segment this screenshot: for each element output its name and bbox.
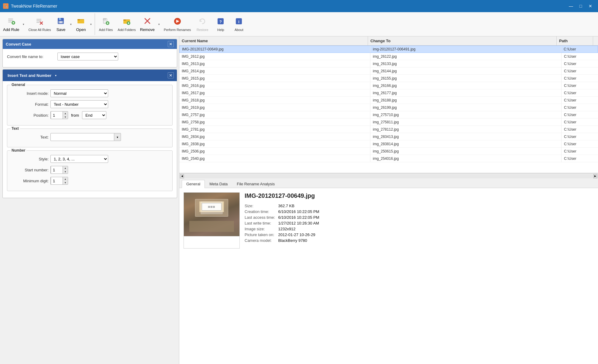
maximize-button[interactable]: □ (576, 2, 585, 11)
table-row[interactable]: IMG-20120127-00649.jpg img-20120127-0064… (179, 46, 598, 53)
open-label: Open (76, 27, 86, 32)
min-digit-up[interactable]: ▲ (63, 177, 68, 181)
add-rule-button[interactable]: Add Rule (1, 13, 21, 35)
minimize-button[interactable]: — (566, 2, 576, 11)
table-row[interactable]: IMG_2506.jpg img_250615.jpg C:\User (179, 148, 598, 155)
table-row[interactable]: IMG_2616.jpg img_26166.jpg C:\User (179, 82, 598, 89)
file-change-to: img_254016.jpg (370, 155, 562, 162)
add-folders-button[interactable]: Add Folders (115, 13, 138, 35)
min-digit-spinner: ▲ ▼ (50, 177, 68, 185)
start-number-up[interactable]: ▲ (63, 166, 68, 170)
start-number-label: Start number: (12, 168, 49, 172)
position-input[interactable] (51, 111, 63, 119)
format-select[interactable]: Text - Number Number - Text Text Only Nu… (50, 100, 108, 108)
table-row[interactable]: IMG_2758.jpg img_275811.jpg C:\User (179, 118, 598, 126)
from-select[interactable]: End Start (82, 111, 106, 119)
tab-metadata[interactable]: Meta Data (205, 180, 232, 188)
position-down[interactable]: ▼ (63, 115, 68, 119)
svg-rect-15 (60, 21, 62, 23)
perform-renames-label: Perform Renames (164, 28, 191, 32)
file-change-to: img_26155.jpg (370, 75, 562, 82)
position-spinner: ▲ ▼ (50, 111, 68, 119)
detail-camera-value: BlackBerry 9780 (278, 238, 322, 243)
convert-case-close[interactable]: ✕ (168, 41, 174, 47)
file-current-name: IMG_2781.jpg (179, 126, 370, 133)
table-row[interactable]: IMG_2613.jpg img_26133.jpg C:\User (179, 60, 598, 67)
file-change-to: img_26133.jpg (370, 60, 562, 67)
left-panel: Convert Case ✕ Convert file name to: low… (0, 36, 179, 364)
rule-type-select[interactable]: Insert Text and Number Insert Text Inser… (6, 71, 57, 79)
convert-case-body: Convert file name to: lower case UPPER C… (3, 49, 177, 67)
position-up[interactable]: ▲ (63, 112, 68, 115)
min-digit-label: Minimum digit: (12, 179, 49, 183)
text-input[interactable] (50, 133, 114, 141)
hscroll-track[interactable] (185, 174, 593, 178)
table-row[interactable]: IMG_2618.jpg img_26188.jpg C:\User (179, 97, 598, 104)
min-digit-input[interactable] (51, 177, 63, 185)
table-row[interactable]: IMG_2838.jpg img_283814.jpg C:\User (179, 140, 598, 148)
remove-dropdown[interactable]: ▾ (156, 13, 161, 35)
file-path: C:\User (562, 89, 598, 96)
file-current-name: IMG_2619.jpg (179, 104, 370, 111)
insert-text-close[interactable]: ✕ (168, 72, 174, 78)
close-all-rules-button[interactable]: Close All Rules (26, 13, 53, 35)
convert-case-select[interactable]: lower case UPPER CASE Title Case Sentenc… (57, 53, 118, 60)
svg-text:i: i (239, 19, 240, 24)
open-button[interactable]: Open (73, 13, 88, 35)
detail-imagesize-row: Image size: 1232x912 (245, 226, 322, 232)
insert-text-header: Insert Text and Number Insert Text Inser… (3, 70, 177, 81)
add-folders-icon (122, 17, 131, 27)
file-change-to: img_283814.jpg (370, 140, 562, 147)
table-row[interactable]: IMG_2617.jpg img_26177.jpg C:\User (179, 89, 598, 97)
table-row[interactable]: IMG_2781.jpg img_278112.jpg C:\User (179, 126, 598, 133)
add-rule-label: Add Rule (3, 27, 19, 32)
hscroll-right[interactable]: ▶ (593, 174, 597, 178)
save-dropdown[interactable]: ▾ (68, 13, 73, 35)
style-select[interactable]: 1, 2, 3, 4, ... 01, 02, 03, ... 001, 002… (50, 155, 108, 163)
add-rule-dropdown[interactable]: ▾ (21, 13, 26, 35)
insert-mode-select[interactable]: Normal Overwrite Insert (50, 89, 108, 97)
text-dropdown-btn[interactable]: ▾ (114, 133, 121, 141)
start-number-input[interactable] (51, 166, 63, 174)
file-change-to: img_26177.jpg (370, 89, 562, 96)
save-button[interactable]: Save (53, 13, 68, 35)
window-controls: — □ ✕ (566, 2, 595, 11)
open-dropdown[interactable]: ▾ (88, 13, 93, 35)
table-row[interactable]: IMG_2619.jpg img_26199.jpg C:\User (179, 104, 598, 111)
min-digit-down[interactable]: ▼ (63, 181, 68, 184)
format-row: Format: Text - Number Number - Text Text… (12, 100, 167, 108)
remove-button[interactable]: Remove (138, 13, 156, 35)
text-input-wrap: ▾ (50, 133, 121, 141)
detail-size-value: 362.7 KB (278, 203, 322, 209)
file-change-to: img_26122.jpg (370, 53, 562, 60)
general-section-title: General (10, 83, 26, 87)
tab-general[interactable]: General (182, 180, 205, 188)
restore-button[interactable]: Restore (193, 13, 211, 35)
perform-renames-button[interactable]: Perform Renames (161, 13, 193, 35)
help-button[interactable]: ? Help (211, 13, 230, 35)
remove-split: Remove ▾ (138, 13, 161, 35)
start-number-down[interactable]: ▼ (63, 170, 68, 173)
table-row[interactable]: IMG_2612.jpg img_26122.jpg C:\User (179, 53, 598, 60)
insert-mode-label: Insert mode: (12, 91, 49, 96)
file-path: C:\User (561, 46, 598, 53)
table-row[interactable]: IMG_2615.jpg img_26155.jpg C:\User (179, 75, 598, 82)
table-row[interactable]: IMG_2757.jpg img_275710.jpg C:\User (179, 111, 598, 118)
file-list-body[interactable]: IMG-20120127-00649.jpg img-20120127-0064… (179, 46, 598, 173)
about-button[interactable]: i About (230, 13, 248, 35)
file-current-name: IMG_2618.jpg (179, 97, 370, 104)
rules-scroll-area: Convert Case ✕ Convert file name to: low… (0, 36, 179, 364)
table-row[interactable]: IMG_2834.jpg img_283413.jpg C:\User (179, 133, 598, 140)
table-row[interactable]: IMG_2540.jpg img_254016.jpg C:\User (179, 155, 598, 162)
open-split: Open ▾ (73, 13, 93, 35)
add-folders-label: Add Folders (118, 28, 136, 32)
save-split: Save ▾ (53, 13, 73, 35)
add-files-button[interactable]: Add Files (96, 13, 115, 35)
start-number-row: Start number: ▲ ▼ (12, 166, 167, 174)
close-button[interactable]: ✕ (586, 2, 595, 11)
file-current-name: IMG_2616.jpg (179, 82, 370, 89)
tab-analysis[interactable]: File Rename Analysis (232, 180, 279, 188)
table-row[interactable]: IMG_2614.jpg img_26144.jpg C:\User (179, 67, 598, 75)
file-path: C:\User (562, 126, 598, 133)
hscroll-left[interactable]: ◀ (180, 174, 184, 178)
